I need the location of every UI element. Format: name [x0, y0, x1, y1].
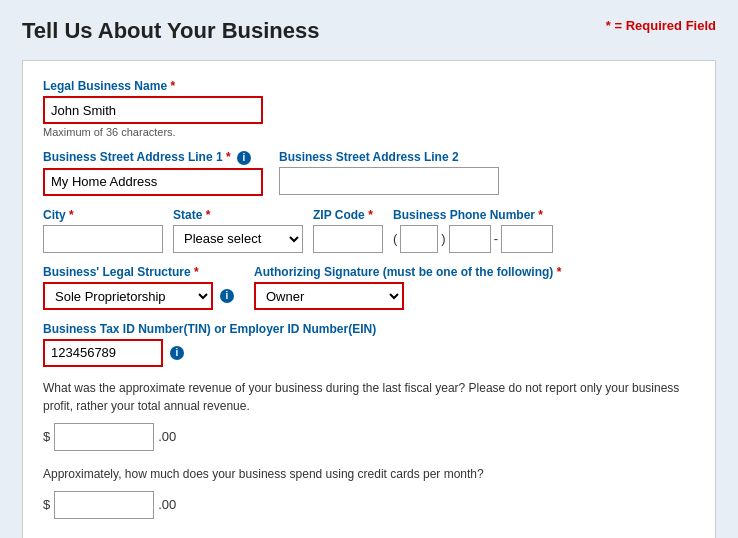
state-label: State * [173, 208, 303, 222]
address-line1-info-icon[interactable]: i [237, 151, 251, 165]
zip-group: ZIP Code * [313, 208, 383, 253]
revenue-cents: .00 [158, 429, 176, 444]
city-state-zip-phone-row: City * State * Please select ALAKAZCA CO… [43, 208, 695, 253]
zip-input[interactable] [313, 225, 383, 253]
city-label: City * [43, 208, 163, 222]
auth-signature-group: Authorizing Signature (must be one of th… [254, 265, 561, 310]
legal-structure-info-icon[interactable]: i [220, 289, 234, 303]
required-field-note: * = Required Field [606, 18, 716, 33]
revenue-question: What was the approximate revenue of your… [43, 379, 695, 415]
revenue-section: What was the approximate revenue of your… [43, 379, 695, 451]
page-header: Tell Us About Your Business * = Required… [22, 18, 716, 44]
credit-spend-input-row: $ .00 [43, 491, 695, 519]
legal-structure-group: Business' Legal Structure * Sole Proprie… [43, 265, 234, 310]
tax-id-group: Business Tax ID Number(TIN) or Employer … [43, 322, 376, 367]
structure-auth-row: Business' Legal Structure * Sole Proprie… [43, 265, 695, 310]
legal-name-input[interactable] [43, 96, 263, 124]
address-line2-label: Business Street Address Line 2 [279, 150, 499, 164]
phone-area-input[interactable] [400, 225, 438, 253]
address-line1-label: Business Street Address Line 1 * i [43, 150, 263, 165]
phone-prefix-input[interactable] [449, 225, 491, 253]
legal-name-label: Legal Business Name * [43, 79, 263, 93]
form-container: Legal Business Name * Maximum of 36 char… [22, 60, 716, 538]
credit-spend-question: Approximately, how much does your busine… [43, 465, 695, 483]
revenue-input[interactable] [54, 423, 154, 451]
phone-line-input[interactable] [501, 225, 553, 253]
address-row: Business Street Address Line 1 * i Busin… [43, 150, 695, 196]
state-group: State * Please select ALAKAZCA COFLGANY … [173, 208, 303, 253]
phone-label: Business Phone Number * [393, 208, 553, 222]
zip-label: ZIP Code * [313, 208, 383, 222]
page-title: Tell Us About Your Business [22, 18, 319, 44]
legal-name-group: Legal Business Name * Maximum of 36 char… [43, 79, 263, 138]
address-line2-input[interactable] [279, 167, 499, 195]
legal-name-hint: Maximum of 36 characters. [43, 126, 263, 138]
credit-spend-cents: .00 [158, 497, 176, 512]
address-line1-group: Business Street Address Line 1 * i [43, 150, 263, 196]
phone-inputs: ( ) - [393, 225, 553, 253]
legal-name-row: Legal Business Name * Maximum of 36 char… [43, 79, 695, 138]
address-line2-group: Business Street Address Line 2 [279, 150, 499, 195]
legal-structure-label: Business' Legal Structure * [43, 265, 234, 279]
auth-signature-label: Authorizing Signature (must be one of th… [254, 265, 561, 279]
state-select[interactable]: Please select ALAKAZCA COFLGANY TXWA [173, 225, 303, 253]
address-line1-input[interactable] [43, 168, 263, 196]
phone-group: Business Phone Number * ( ) - [393, 208, 553, 253]
tax-id-info-icon[interactable]: i [170, 346, 184, 360]
credit-spend-section: Approximately, how much does your busine… [43, 465, 695, 519]
tax-id-input[interactable] [43, 339, 163, 367]
tax-id-label: Business Tax ID Number(TIN) or Employer … [43, 322, 376, 336]
city-input[interactable] [43, 225, 163, 253]
tax-id-row: Business Tax ID Number(TIN) or Employer … [43, 322, 695, 367]
auth-signature-select[interactable]: Owner Partner Officer Authorized Signer [254, 282, 404, 310]
city-group: City * [43, 208, 163, 253]
credit-spend-input[interactable] [54, 491, 154, 519]
page-wrapper: Tell Us About Your Business * = Required… [0, 0, 738, 538]
legal-structure-select[interactable]: Sole Proprietorship Partnership Corporat… [43, 282, 213, 310]
revenue-input-row: $ .00 [43, 423, 695, 451]
